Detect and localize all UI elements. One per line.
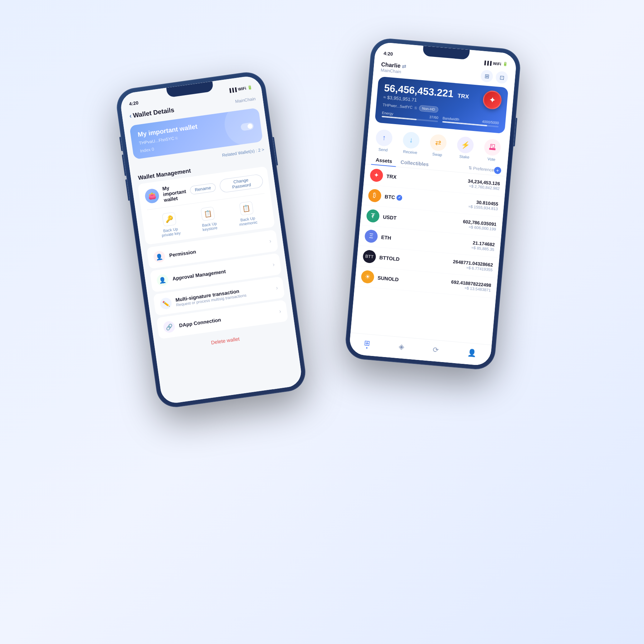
energy-bar: Energy 37/60 (382, 111, 439, 122)
approval-icon: 👤 (156, 274, 169, 287)
chevron-right-icon3: › (275, 284, 278, 291)
asset-list: ✦ TRX 34,234,453.126 ≈$ 2,760,842.982 ₿ … (350, 164, 506, 352)
swap-button[interactable]: ⇄ Swap (429, 134, 447, 157)
preference-label: Preference (473, 166, 494, 172)
send-button[interactable]: ↑ Send (375, 129, 393, 152)
send-icon: ↑ (375, 129, 393, 147)
nav-profile[interactable]: 👤 (467, 348, 477, 357)
vote-button[interactable]: 🗳 Vote (483, 138, 501, 162)
permission-icon: 👤 (153, 250, 166, 263)
rename-button[interactable]: Rename (190, 183, 216, 195)
back-arrow-icon: ‹ (129, 112, 132, 120)
backup-keystore-icon: 📋 (201, 206, 215, 221)
left-time: 4:20 (129, 100, 139, 107)
copy-icon[interactable]: ⎘ (175, 136, 178, 140)
add-asset-button[interactable]: + (494, 166, 502, 174)
non-hd-badge: Non-HD (419, 105, 438, 113)
chain-label: MainChain (235, 96, 256, 104)
nav-assets[interactable]: ⊞ (364, 338, 370, 348)
swap-icon[interactable]: ⇄ (402, 63, 406, 69)
right-screen-content: Charlie ⇄ MainChain ⊞ ⊡ (349, 57, 516, 366)
btc-verified-badge: ✓ (396, 195, 402, 201)
sort-icon: ⇅ (468, 165, 472, 171)
sun-icon: ☀ (361, 270, 375, 284)
header-icons: ⊞ ⊡ (480, 69, 508, 84)
btc-icon: ₿ (368, 189, 382, 203)
chevron-right-icon4: › (279, 308, 282, 315)
right-time: 4:20 (384, 50, 393, 57)
stake-label: Stake (459, 154, 469, 159)
vote-icon: 🗳 (484, 138, 502, 156)
eth-symbol: ETH (381, 234, 472, 248)
backup-key-icon: 🔑 (162, 212, 176, 226)
right-phone-screen: 4:20 ▐▐▐ WiFi 🔋 Charlie ⇄ MainChain (349, 42, 517, 366)
usdt-symbol: USDT (383, 214, 463, 226)
balance-currency: TRX (457, 93, 469, 100)
nav-history[interactable]: ⟳ (433, 345, 439, 354)
wallet-item-name: My important wallet (162, 183, 187, 203)
chevron-right-icon: › (269, 238, 272, 245)
backup-privatekey[interactable]: 🔑 Back Up private key (159, 211, 181, 238)
backup-mnemonic-icon: 📋 (239, 201, 254, 216)
receive-label: Receive (403, 149, 418, 155)
preference-button[interactable]: ⇅ Preference (468, 165, 494, 172)
multisig-icon: ✏️ (160, 297, 172, 310)
right-phone: 4:20 ▐▐▐ WiFi 🔋 Charlie ⇄ MainChain (344, 37, 522, 371)
wallet-address-text: THPwer...5wtfYC (382, 103, 413, 109)
trx-icon: ✦ (370, 168, 384, 182)
nav-active-dot (366, 347, 367, 348)
stake-button[interactable]: ⚡ Stake (456, 136, 474, 160)
nav-discover-icon: ◈ (399, 342, 405, 351)
left-phone: 4:20 ▐▐▐ WiFi 🔋 ‹ Wallet Details MainCha… (114, 70, 308, 410)
approval-label: Approval Management (172, 262, 269, 282)
balance-card: 56,456,453.221 TRX ≈ $3,951,951.71 👁 ↗ T… (375, 76, 508, 133)
nav-profile-icon: 👤 (467, 348, 477, 357)
change-password-button[interactable]: Change Password (219, 174, 264, 193)
sun-values: 692.418878222498 ≈$ 13.5483871 (450, 279, 491, 293)
btc-symbol: BTC ✓ (385, 194, 469, 206)
sun-symbol: SUNOLD (377, 275, 452, 287)
send-label: Send (378, 147, 388, 152)
scan-button[interactable]: ⊡ (495, 71, 508, 84)
usdt-icon: ₮ (366, 209, 380, 223)
backup-keystore[interactable]: 📋 Back Up keystore (200, 206, 218, 232)
wallet-avatar: 👛 (144, 188, 160, 204)
nav-assets-icon: ⊞ (364, 338, 371, 347)
dapp-label: DApp Connection (179, 309, 275, 328)
btc-values: 30.810455 ≈$ 1555,934.813 (468, 199, 499, 211)
eth-values: 21.174682 ≈$ 85,885.35 (471, 240, 495, 252)
phones-container: 4:20 ▐▐▐ WiFi 🔋 ‹ Wallet Details MainCha… (125, 36, 519, 608)
left-status-icons: ▐▐▐ WiFi 🔋 (228, 85, 253, 93)
nav-history-icon: ⟳ (433, 345, 439, 354)
usdt-values: 602,786.035091 ≈$ 606,000.199 (462, 219, 497, 231)
btt-symbol: BTTOLD (379, 254, 453, 267)
left-screen-content: ‹ Wallet Details MainChain My important … (121, 90, 303, 405)
backup-mnemonic[interactable]: 📋 Back Up mnemonic (236, 201, 258, 226)
receive-button[interactable]: ↓ Receive (402, 131, 420, 155)
copy-address-icon[interactable]: ⎘ (415, 106, 417, 109)
trx-values: 34,234,453.126 ≈$ 2,760,842.982 (467, 179, 500, 191)
swap-label: Swap (432, 152, 442, 157)
permission-label: Permission (169, 239, 265, 258)
add-wallet-button[interactable]: ⊞ (480, 69, 493, 83)
eth-icon: Ξ (364, 229, 378, 243)
wallet-toggle[interactable] (240, 122, 254, 131)
stake-icon: ⚡ (457, 136, 474, 154)
swap-icon: ⇄ (429, 134, 447, 152)
btt-icon: BTT (362, 249, 376, 263)
left-phone-screen: 4:20 ▐▐▐ WiFi 🔋 ‹ Wallet Details MainCha… (119, 75, 303, 405)
page-title: Wallet Details (132, 106, 175, 119)
trx-symbol: TRX (386, 173, 468, 186)
chevron-right-icon2: › (272, 261, 275, 268)
tab-assets[interactable]: Assets (371, 154, 397, 166)
receive-icon: ↓ (402, 131, 420, 149)
bandwidth-bar: Bandwidth 4000/5000 (442, 116, 499, 127)
back-button[interactable]: ‹ Wallet Details (129, 106, 175, 120)
nav-discover[interactable]: ◈ (399, 342, 405, 351)
right-status-icons: ▐▐▐ WiFi 🔋 (483, 60, 508, 67)
dapp-icon: 🔗 (163, 321, 176, 333)
btt-values: 2648771.04328662 ≈$ 6.77419355 (452, 259, 493, 272)
vote-label: Vote (487, 157, 496, 162)
